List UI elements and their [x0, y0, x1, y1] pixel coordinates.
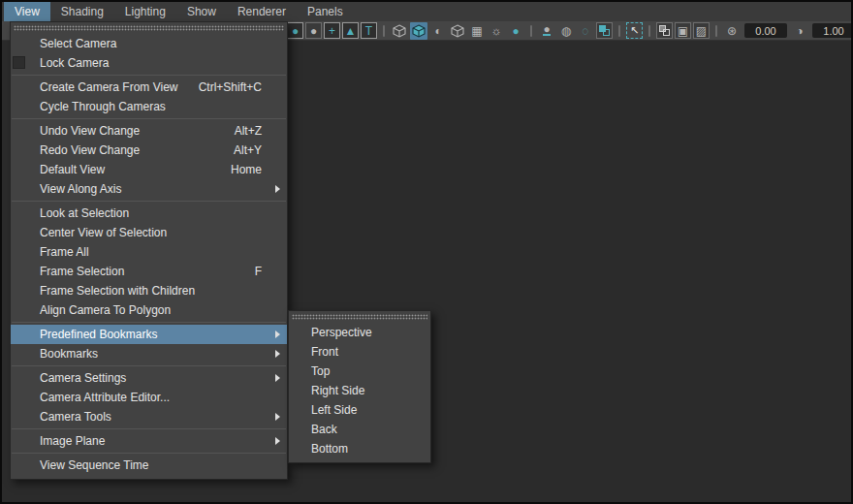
toolbar-separator: [383, 25, 385, 37]
submenu-item-left-side[interactable]: Left Side: [289, 400, 430, 420]
lightbulb-icon[interactable]: ☼: [488, 22, 505, 40]
submenu-item-label: Left Side: [311, 403, 405, 417]
shadow-ground-icon[interactable]: ●: [538, 22, 555, 40]
pen-box-icon[interactable]: ▨: [693, 22, 710, 39]
exposure-field[interactable]: 0.00: [744, 23, 787, 38]
menu-separator: [12, 365, 286, 366]
checker-icon[interactable]: ▦: [468, 22, 486, 40]
menu-item-camera-attribute-editor[interactable]: Camera Attribute Editor...: [11, 388, 287, 407]
toolbar-separator: [648, 25, 650, 37]
default-light-icon[interactable]: ●: [507, 22, 524, 40]
motion-spheres-icon[interactable]: ◍: [557, 22, 575, 40]
menu-item-label: View Sequence Time: [40, 458, 262, 472]
textured-cube-icon[interactable]: [449, 22, 466, 40]
menubar-item-lighting[interactable]: Lighting: [114, 2, 176, 21]
submenu-item-label: Perspective: [311, 326, 405, 339]
menu-item-shortcut: Ctrl+Shift+C: [199, 80, 262, 94]
menubar-item-show[interactable]: Show: [176, 2, 227, 21]
gamma-field[interactable]: 1.00: [812, 23, 853, 38]
menu-item-label: Bookmarks: [40, 347, 262, 361]
menu-item-label: Create Camera From View: [40, 80, 199, 94]
submenu-item-right-side[interactable]: Right Side: [289, 381, 430, 400]
menu-item-lock-camera[interactable]: Lock Camera: [11, 53, 287, 73]
dashed-ring-icon[interactable]: ◌: [577, 22, 594, 40]
menu-item-bookmarks[interactable]: Bookmarks: [11, 344, 287, 363]
menu-separator: [12, 322, 286, 323]
menu-item-view-sequence-time[interactable]: View Sequence Time: [11, 456, 287, 475]
view-menu-tearoff[interactable]: [14, 25, 284, 31]
menu-separator: [12, 453, 286, 454]
menubar-item-view[interactable]: View: [4, 2, 50, 21]
submenu-item-front[interactable]: Front: [289, 342, 430, 362]
menu-item-label: Look at Selection: [40, 206, 262, 220]
menubar-item-renderer[interactable]: Renderer: [227, 2, 297, 21]
overlap-squares-filled-icon[interactable]: ▣: [675, 22, 691, 39]
contrast-icon[interactable]: ◑: [791, 22, 808, 40]
predefined-bookmarks-submenu: PerspectiveFrontTopRight SideLeft SideBa…: [288, 310, 431, 463]
crosshair-icon[interactable]: +: [324, 22, 340, 39]
toolbar-separator: [530, 25, 532, 37]
menu-item-predefined-bookmarks[interactable]: Predefined Bookmarks: [11, 325, 287, 344]
text-icon[interactable]: T: [361, 22, 377, 39]
submenu-item-bottom[interactable]: Bottom: [289, 439, 430, 458]
menu-item-label: Frame All: [40, 245, 262, 259]
menu-item-label: Predefined Bookmarks: [40, 328, 262, 341]
multisample-squares-icon[interactable]: [596, 22, 613, 39]
menu-separator: [12, 75, 286, 76]
submenu-tearoff[interactable]: [292, 314, 427, 320]
submenu-item-label: Front: [311, 345, 405, 359]
lock-camera-checkbox[interactable]: [13, 56, 25, 69]
menu-item-default-view[interactable]: Default ViewHome: [11, 160, 287, 179]
marquee-cursor-icon[interactable]: ↖: [626, 22, 643, 39]
submenu-item-top[interactable]: Top: [289, 362, 430, 381]
menubar-item-shading[interactable]: Shading: [50, 2, 114, 21]
maya-panel-window: ViewShadingLightingShowRendererPanels ●●…: [0, 0, 853, 504]
menu-item-create-camera-from-view[interactable]: Create Camera From ViewCtrl+Shift+C: [11, 78, 287, 97]
menu-separator: [12, 201, 286, 202]
dot-inactive-icon[interactable]: ●: [305, 22, 322, 39]
panel-menubar: ViewShadingLightingShowRendererPanels: [2, 2, 851, 21]
menu-item-view-along-axis[interactable]: View Along Axis: [11, 179, 287, 199]
menu-item-label: View Along Axis: [40, 182, 262, 196]
submenu-item-label: Bottom: [311, 442, 405, 456]
menu-item-redo-view-change[interactable]: Redo View ChangeAlt+Y: [11, 141, 287, 160]
menu-item-undo-view-change[interactable]: Undo View ChangeAlt+Z: [11, 121, 287, 141]
submenu-arrow-icon: [275, 413, 280, 421]
menu-item-label: Cycle Through Cameras: [40, 100, 262, 113]
menu-item-shortcut: Home: [231, 163, 262, 176]
image-plane-icon[interactable]: ▲: [342, 22, 359, 39]
textured-sphere-icon[interactable]: ◐: [429, 22, 447, 40]
menu-item-label: Default View: [40, 163, 231, 176]
menu-item-frame-selection-with-children[interactable]: Frame Selection with Children: [11, 281, 287, 300]
menu-item-label: Camera Attribute Editor...: [40, 391, 262, 404]
menu-item-camera-tools[interactable]: Camera Tools: [11, 407, 287, 426]
menu-item-label: Undo View Change: [40, 124, 235, 138]
dot-icon[interactable]: ●: [287, 22, 303, 39]
menu-item-label: Select Camera: [40, 37, 262, 50]
menu-item-camera-settings[interactable]: Camera Settings: [11, 368, 287, 388]
wireframe-cube-icon[interactable]: [391, 22, 408, 40]
toolbar-separator: [715, 25, 717, 37]
shaded-cube-icon[interactable]: [410, 22, 427, 40]
submenu-item-label: Top: [311, 364, 405, 378]
menu-item-select-camera[interactable]: Select Camera: [11, 34, 287, 53]
menu-item-look-at-selection[interactable]: Look at Selection: [11, 204, 287, 223]
aperture-icon[interactable]: ⊛: [723, 22, 741, 40]
menu-item-label: Image Plane: [40, 434, 262, 448]
menubar-item-panels[interactable]: Panels: [297, 2, 354, 21]
menu-item-image-plane[interactable]: Image Plane: [11, 431, 287, 451]
menu-item-cycle-through-cameras[interactable]: Cycle Through Cameras: [11, 97, 287, 116]
menu-item-align-camera-to-polygon[interactable]: Align Camera To Polygon: [11, 300, 287, 320]
menu-item-center-view-of-selection[interactable]: Center View of Selection: [11, 223, 287, 242]
menu-item-frame-all[interactable]: Frame All: [11, 242, 287, 262]
menu-item-label: Redo View Change: [40, 143, 234, 157]
overlap-squares-icon[interactable]: [656, 22, 673, 39]
submenu-item-back[interactable]: Back: [289, 420, 430, 439]
toolbar-separator: [618, 25, 620, 37]
submenu-item-perspective[interactable]: Perspective: [289, 323, 430, 342]
menu-item-frame-selection[interactable]: Frame SelectionF: [11, 262, 287, 281]
submenu-arrow-icon: [275, 374, 280, 382]
menu-item-label: Align Camera To Polygon: [40, 303, 262, 317]
menu-separator: [12, 118, 286, 119]
view-menu: Select CameraLock CameraCreate Camera Fr…: [10, 21, 288, 480]
